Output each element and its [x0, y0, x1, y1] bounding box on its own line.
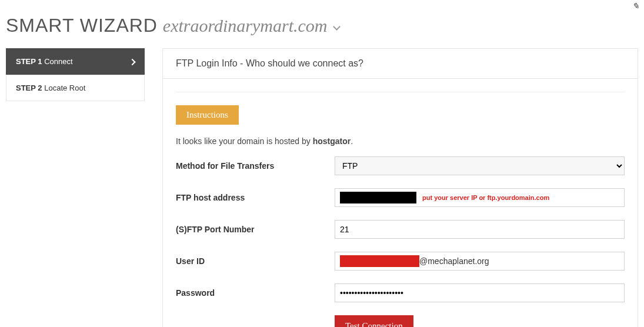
host-input-wrap[interactable]: put your server IP or ftp.yourdomain.com — [335, 188, 625, 207]
chevron-down-icon — [334, 14, 340, 19]
redacted-host — [340, 192, 416, 203]
step-num: STEP 2 — [16, 84, 42, 92]
password-input[interactable] — [340, 286, 619, 299]
step-label: Locate Root — [44, 84, 85, 92]
panel-title: FTP Login Info - Who should we connect a… — [163, 49, 638, 79]
step-label: Connect — [44, 57, 72, 66]
chevron-right-icon — [130, 57, 135, 66]
step-2-locate-root[interactable]: STEP 2 Locate Root — [6, 75, 145, 101]
password-label: Password — [176, 288, 335, 298]
domain-text: extraordinarymart.com — [163, 16, 328, 35]
method-label: Method for File Transfers — [176, 161, 335, 171]
app-title: SMART WIZARD — [6, 15, 158, 36]
port-label: (S)FTP Port Number — [176, 225, 335, 234]
step-1-connect[interactable]: STEP 1 Connect — [6, 48, 145, 75]
step-num: STEP 1 — [16, 57, 42, 66]
page-mark: ✎ — [632, 1, 639, 11]
domain-selector[interactable]: extraordinarymart.com — [163, 16, 340, 35]
host-label: FTP host address — [176, 193, 335, 202]
user-label: User ID — [176, 256, 335, 266]
port-input[interactable] — [340, 223, 619, 236]
method-select[interactable]: FTP — [335, 156, 625, 175]
host-hint: put your server IP or ftp.yourdomain.com — [422, 194, 549, 201]
step-sidebar: STEP 1 Connect STEP 2 Locate Root — [6, 48, 145, 327]
instructions-button[interactable]: Instructions — [176, 105, 239, 125]
redacted-user — [340, 255, 419, 267]
divider — [176, 92, 625, 92]
user-input-wrap[interactable]: @mechaplanet.org — [335, 252, 625, 271]
test-connection-button[interactable]: Test Connection — [335, 315, 413, 327]
hosted-suffix: . — [351, 136, 353, 146]
user-suffix: @mechaplanet.org — [419, 256, 489, 266]
hosted-host: hostgator — [313, 136, 351, 146]
main-panel: FTP Login Info - Who should we connect a… — [162, 48, 638, 327]
hosted-prefix: It looks like your domain is hosted by — [176, 136, 313, 146]
page-header: SMART WIZARD extraordinarymart.com — [6, 6, 638, 48]
hosted-by-text: It looks like your domain is hosted by h… — [176, 136, 625, 146]
